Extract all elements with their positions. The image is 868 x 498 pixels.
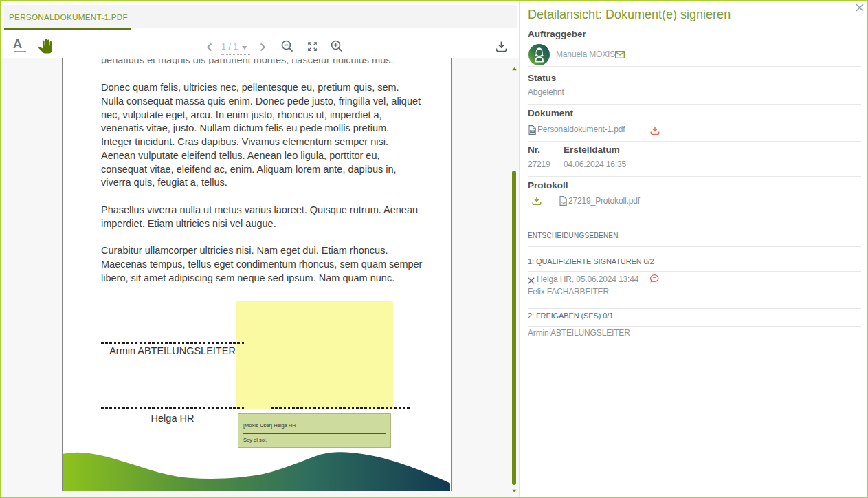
svg-text:PDF: PDF — [561, 201, 567, 204]
svg-text:PDF: PDF — [531, 130, 535, 133]
